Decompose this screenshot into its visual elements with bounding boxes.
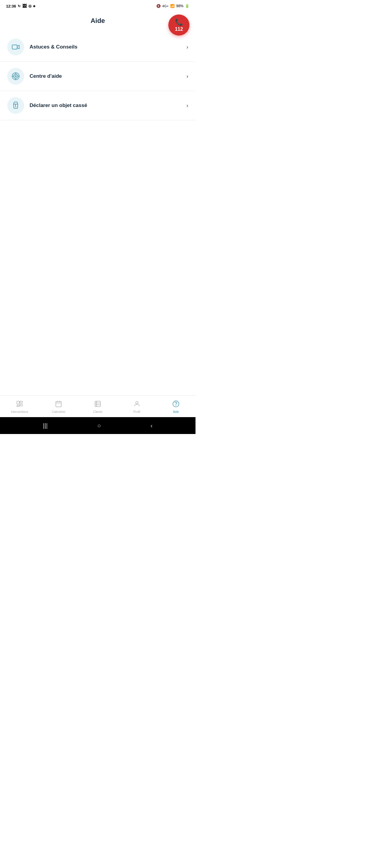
- nav-item-interventions[interactable]: Interventions: [0, 400, 39, 413]
- profil-nav-label: Profil: [133, 410, 140, 413]
- status-bar: 12:36 ↻ 🖼 ◎ 🔇 4G+ 📶 98% 🔋: [0, 0, 196, 11]
- status-time: 12:36 ↻ 🖼 ◎: [6, 4, 35, 8]
- calendrier-icon: [55, 400, 62, 409]
- svg-rect-14: [56, 401, 61, 407]
- recent-apps-button[interactable]: |||: [43, 422, 48, 429]
- menu-item-broken-object[interactable]: Déclarer un objet cassé ›: [0, 91, 196, 120]
- interventions-icon: [16, 400, 23, 409]
- svg-point-2: [13, 74, 18, 79]
- emergency-number: 112: [175, 27, 183, 32]
- svg-rect-11: [20, 401, 22, 403]
- svg-rect-12: [20, 404, 22, 406]
- broken-object-label: Déclarer un objet cassé: [30, 102, 187, 108]
- phone-icon: 📞: [175, 19, 183, 26]
- target-icon: [11, 72, 20, 81]
- calendrier-nav-label: Calendrier: [52, 410, 65, 413]
- interventions-nav-label: Interventions: [11, 410, 28, 413]
- help-center-icon-wrap: [7, 68, 24, 85]
- tips-label: Astuces & Conseils: [30, 44, 187, 50]
- nav-item-calendrier[interactable]: Calendrier: [39, 400, 79, 413]
- aide-icon: [172, 400, 179, 409]
- bottom-nav: Interventions Calendrier Clients: [0, 396, 196, 417]
- svg-rect-13: [17, 405, 19, 407]
- video-icon: [11, 43, 20, 51]
- nav-item-clients[interactable]: Clients: [78, 400, 117, 413]
- tips-chevron: ›: [187, 44, 188, 50]
- clients-nav-label: Clients: [93, 410, 103, 413]
- home-button[interactable]: ○: [97, 422, 101, 429]
- tips-icon-wrap: [7, 38, 24, 56]
- help-center-chevron: ›: [187, 73, 188, 80]
- broken-glass-icon: [11, 101, 20, 110]
- status-icons: 🔇 4G+ 📶 98% 🔋: [156, 4, 190, 8]
- svg-line-8: [16, 104, 16, 106]
- svg-rect-10: [17, 401, 19, 404]
- system-nav-bar: ||| ○ ‹: [0, 417, 196, 434]
- broken-object-chevron: ›: [187, 102, 188, 109]
- page-title: Aide: [90, 17, 105, 25]
- broken-object-icon-wrap: [7, 97, 24, 114]
- svg-rect-18: [95, 401, 101, 407]
- help-center-label: Centre d'aide: [30, 73, 187, 79]
- svg-point-24: [176, 405, 176, 405]
- back-button[interactable]: ‹: [150, 422, 153, 429]
- svg-point-3: [15, 76, 17, 77]
- nav-item-aide[interactable]: Aide: [156, 400, 196, 413]
- main-content: Astuces & Conseils › Centre d'aide ›: [0, 30, 196, 396]
- svg-rect-0: [12, 45, 17, 49]
- profil-icon: [133, 400, 141, 409]
- emergency-call-button[interactable]: 📞 112: [168, 14, 190, 36]
- nav-item-profil[interactable]: Profil: [117, 400, 157, 413]
- svg-line-9: [16, 106, 16, 107]
- aide-nav-label: Aide: [173, 410, 179, 413]
- menu-item-help-center[interactable]: Centre d'aide ›: [0, 62, 196, 91]
- header: Aide 📞 112: [0, 11, 196, 30]
- svg-point-22: [136, 401, 138, 404]
- clients-icon: [94, 400, 101, 409]
- menu-item-tips[interactable]: Astuces & Conseils ›: [0, 33, 196, 62]
